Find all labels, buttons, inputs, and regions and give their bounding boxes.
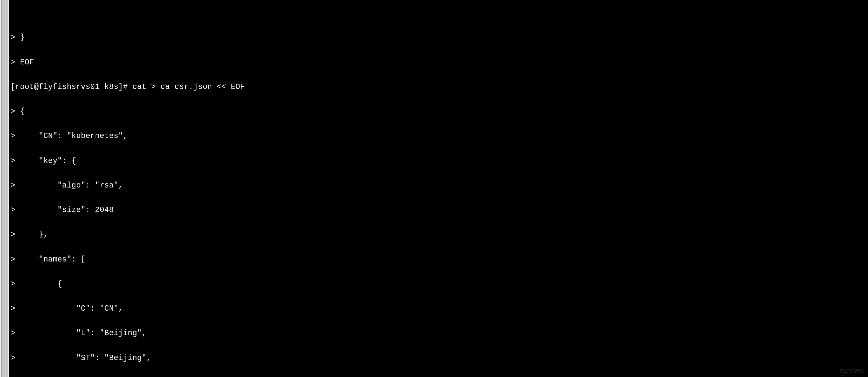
terminal-line: > "L": "Beijing", [11, 329, 868, 338]
watermark: 51CTO博客 [840, 368, 864, 374]
terminal-line: > { [11, 280, 868, 288]
scrollbar[interactable] [0, 0, 9, 377]
terminal-line: > "CN": "kubernetes", [11, 132, 868, 140]
terminal-line: > "size": 2048 [11, 206, 868, 214]
terminal-line: > } [11, 34, 868, 42]
terminal-line: [root@flyfishsrvs01 k8s]# cat > ca-csr.j… [11, 83, 868, 91]
scrollbar-track[interactable] [1, 0, 8, 377]
terminal-line: > "ST": "Beijing", [11, 354, 868, 363]
terminal-line: > "names": [ [11, 255, 868, 264]
terminal-line: > "key": { [11, 157, 868, 165]
terminal[interactable]: > } > EOF [root@flyfishsrvs01 k8s]# cat … [0, 0, 868, 377]
terminal-line: > "algo": "rsa", [11, 181, 868, 190]
terminal-line: > { [11, 107, 868, 116]
terminal-line: > EOF [11, 59, 868, 67]
terminal-content: > } > EOF [root@flyfishsrvs01 k8s]# cat … [11, 17, 868, 377]
terminal-line: > }, [11, 231, 868, 239]
terminal-line: > "C": "CN", [11, 305, 868, 313]
